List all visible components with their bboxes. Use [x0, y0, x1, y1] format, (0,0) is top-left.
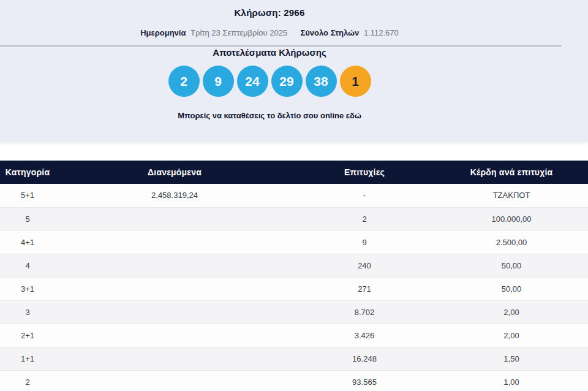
table-row: 3 8.702 2,00: [0, 300, 588, 324]
date-value: Τρίτη 23 Σεπτεμβρίου 2025: [190, 28, 287, 37]
total-columns-label: Σύνολο Στηλών: [300, 28, 359, 37]
draw-title: Κλήρωση: 2966: [0, 7, 539, 18]
cell-winners: 8.702: [294, 300, 435, 324]
cell-winners: 93.565: [294, 370, 435, 391]
cell-prize: 50,00: [435, 277, 588, 300]
cell-category: 5: [0, 207, 55, 230]
cell-winners: 9: [294, 230, 435, 254]
table-row: 5+1 2.458.319,24 - ΤΖΑΚΠΟΤ: [0, 184, 588, 207]
cell-distributed: [55, 347, 294, 370]
cell-category: 3+1: [0, 277, 55, 300]
table-row: 1+1 16.248 1,50: [0, 347, 588, 370]
divider: [0, 45, 562, 47]
cell-category: 4+1: [0, 230, 55, 254]
draw-header: Κλήρωση: 2966 Ημερομηνία Τρίτη 23 Σεπτεμ…: [0, 0, 539, 37]
winning-number-ball: 29: [271, 66, 303, 97]
table-row: 4 240 50,00: [0, 254, 588, 277]
cell-winners: 16.248: [294, 347, 435, 370]
cell-distributed: 2.458.319,24: [55, 184, 294, 207]
cell-category: 5+1: [0, 184, 55, 207]
winning-numbers: 2 9 24 29 38 1: [0, 66, 539, 97]
cell-category: 3: [0, 300, 55, 324]
cell-distributed: [55, 254, 294, 277]
table-row: 4+1 9 2.500,00: [0, 230, 588, 254]
joker-number-ball: 1: [340, 66, 371, 97]
results-table: Κατηγορία Διανεμόμενα Επιτυχίες Κέρδη αν…: [0, 161, 588, 391]
winning-number-ball: 9: [203, 66, 234, 97]
cell-winners: 2: [294, 207, 435, 230]
cell-distributed: [55, 370, 294, 391]
cell-category: 1+1: [0, 347, 55, 370]
table-row: 3+1 271 50,00: [0, 277, 588, 300]
winning-number-ball: 2: [168, 66, 200, 97]
cell-prize: 1,00: [435, 370, 588, 391]
draw-meta: Ημερομηνία Τρίτη 23 Σεπτεμβρίου 2025 Σύν…: [0, 28, 539, 37]
cell-distributed: [55, 207, 294, 230]
table-row: 2+1 3.426 2,00: [0, 324, 588, 347]
cell-distributed: [55, 230, 294, 254]
column-header-category: Κατηγορία: [0, 161, 55, 184]
cell-winners: 271: [294, 277, 435, 300]
cell-prize: 1,50: [435, 347, 588, 370]
total-columns-value: 1.112.670: [364, 28, 399, 37]
cell-category: 2+1: [0, 324, 55, 347]
cell-winners: 240: [294, 254, 435, 277]
cell-category: 4: [0, 254, 55, 277]
cell-prize: 2.500,00: [435, 230, 588, 254]
deposit-online-link[interactable]: Μπορείς να καταθέσεις το δελτίο σου onli…: [178, 111, 361, 120]
winning-number-ball: 24: [237, 66, 268, 97]
date-label: Ημερομηνία: [140, 28, 186, 37]
prize-table-section: Κατηγορία Διανεμόμενα Επιτυχίες Κέρδη αν…: [0, 161, 588, 391]
column-header-prize: Κέρδη ανά επιτυχία: [435, 161, 588, 184]
cell-winners: 3.426: [294, 324, 435, 347]
cell-distributed: [55, 300, 294, 324]
table-row: 5 2 100.000,00: [0, 207, 588, 230]
cell-category: 2: [0, 370, 55, 391]
column-header-winners: Επιτυχίες: [294, 161, 435, 184]
cell-distributed: [55, 277, 294, 300]
winning-number-ball: 38: [306, 66, 337, 97]
cell-prize: 2,00: [435, 324, 588, 347]
table-header-row: Κατηγορία Διανεμόμενα Επιτυχίες Κέρδη αν…: [0, 161, 588, 184]
cell-distributed: [55, 324, 294, 347]
results-title: Αποτελέσματα Κλήρωσης: [0, 47, 539, 58]
column-header-distributed: Διανεμόμενα: [55, 161, 294, 184]
draw-summary-panel: Κλήρωση: 2966 Ημερομηνία Τρίτη 23 Σεπτεμ…: [0, 0, 588, 142]
cell-prize: ΤΖΑΚΠΟΤ: [435, 184, 588, 207]
cell-prize: 100.000,00: [435, 207, 588, 230]
table-row: 2 93.565 1,00: [0, 370, 588, 391]
cell-winners: -: [294, 184, 435, 207]
cell-prize: 50,00: [435, 254, 588, 277]
cell-prize: 2,00: [435, 300, 588, 324]
draw-results: Αποτελέσματα Κλήρωσης 2 9 24 29 38 1 Μπο…: [0, 37, 539, 121]
